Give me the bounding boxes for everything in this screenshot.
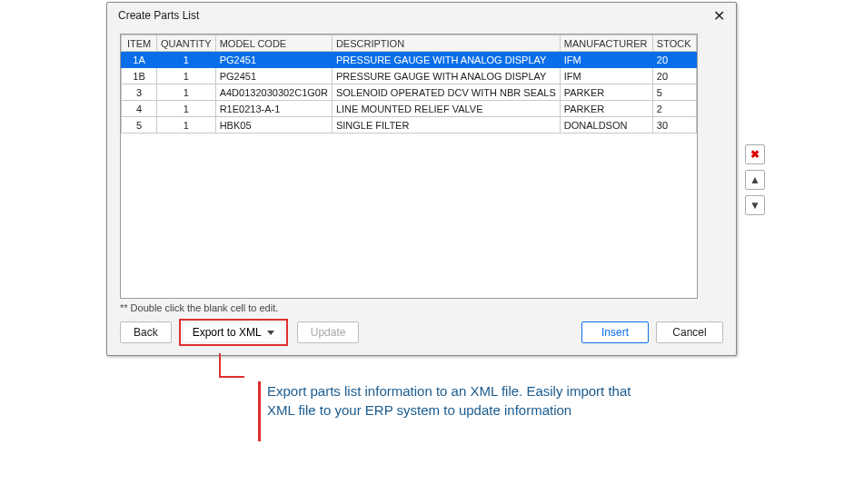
cell-description[interactable]: SOLENOID OPERATED DCV WITH NBR SEALS xyxy=(332,84,560,101)
col-item[interactable]: ITEM xyxy=(122,35,157,52)
move-down-button[interactable]: ▼ xyxy=(745,195,765,215)
titlebar: Create Parts List ✕ xyxy=(107,3,736,28)
move-up-button[interactable]: ▲ xyxy=(745,170,765,190)
cell-item[interactable]: 1B xyxy=(122,68,157,84)
annotation-text: Export parts list information to an XML … xyxy=(267,381,649,420)
export-to-xml-dropdown[interactable]: Export to XML xyxy=(184,323,283,341)
table-row[interactable]: 1A1PG2451PRESSURE GAUGE WITH ANALOG DISP… xyxy=(122,52,697,68)
cell-item[interactable]: 4 xyxy=(122,101,157,117)
cell-quantity[interactable]: 1 xyxy=(157,52,216,68)
close-icon[interactable]: ✕ xyxy=(710,7,729,25)
edit-hint: ** Double click the blank cell to edit. xyxy=(120,302,278,313)
dialog-title: Create Parts List xyxy=(118,9,199,22)
cell-description[interactable]: PRESSURE GAUGE WITH ANALOG DISPLAY xyxy=(332,68,560,84)
cell-description[interactable]: SINGLE FILTER xyxy=(332,117,560,133)
table-row[interactable]: 31A4D0132030302C1G0RSOLENOID OPERATED DC… xyxy=(122,84,697,101)
table-row[interactable]: 41R1E0213-A-1LINE MOUNTED RELIEF VALVEPA… xyxy=(122,101,697,117)
dialog-footer: Back Export to XML Update Insert Cancel xyxy=(120,319,723,346)
cell-stock[interactable]: 5 xyxy=(652,84,696,101)
chevron-down-icon xyxy=(267,331,274,335)
annotation-bar xyxy=(258,381,261,441)
cell-item[interactable]: 3 xyxy=(122,84,157,101)
cell-manufacturer[interactable]: DONALDSON xyxy=(560,117,652,133)
col-description[interactable]: DESCRIPTION xyxy=(332,35,560,52)
dialog-create-parts-list: Create Parts List ✕ ITEM QUANTITY MODEL … xyxy=(106,2,737,356)
table-row[interactable]: 1B1PG2451PRESSURE GAUGE WITH ANALOG DISP… xyxy=(122,68,697,84)
cell-stock[interactable]: 30 xyxy=(652,117,696,133)
export-label: Export to XML xyxy=(193,326,262,339)
parts-table[interactable]: ITEM QUANTITY MODEL CODE DESCRIPTION MAN… xyxy=(121,35,697,133)
update-button[interactable]: Update xyxy=(297,321,360,343)
delete-row-button[interactable]: ✖ xyxy=(745,144,765,164)
cell-model[interactable]: R1E0213-A-1 xyxy=(215,101,332,117)
cell-model[interactable]: PG2451 xyxy=(215,52,332,68)
cell-stock[interactable]: 2 xyxy=(652,101,696,117)
cell-manufacturer[interactable]: IFM xyxy=(560,68,652,84)
cell-description[interactable]: PRESSURE GAUGE WITH ANALOG DISPLAY xyxy=(332,52,560,68)
cell-quantity[interactable]: 1 xyxy=(157,84,216,101)
annotation-connector-v xyxy=(219,353,221,376)
cell-manufacturer[interactable]: IFM xyxy=(560,52,652,68)
cell-manufacturer[interactable]: PARKER xyxy=(560,84,652,101)
row-action-buttons: ✖ ▲ ▼ xyxy=(745,144,765,215)
cell-quantity[interactable]: 1 xyxy=(157,117,216,133)
cell-model[interactable]: A4D0132030302C1G0R xyxy=(215,84,332,101)
annotation-connector-h xyxy=(219,376,244,378)
parts-table-container: ITEM QUANTITY MODEL CODE DESCRIPTION MAN… xyxy=(120,34,698,299)
col-quantity[interactable]: QUANTITY xyxy=(157,35,216,52)
col-stock[interactable]: STOCK xyxy=(652,35,696,52)
cell-quantity[interactable]: 1 xyxy=(157,101,216,117)
cell-description[interactable]: LINE MOUNTED RELIEF VALVE xyxy=(332,101,560,117)
export-highlight: Export to XML xyxy=(179,319,288,346)
table-row[interactable]: 51HBK05SINGLE FILTERDONALDSON30 xyxy=(122,117,697,133)
cancel-button[interactable]: Cancel xyxy=(656,321,723,343)
cell-item[interactable]: 1A xyxy=(122,52,157,68)
cell-stock[interactable]: 20 xyxy=(652,52,696,68)
cell-quantity[interactable]: 1 xyxy=(157,68,216,84)
cell-item[interactable]: 5 xyxy=(122,117,157,133)
insert-button[interactable]: Insert xyxy=(581,321,649,343)
cell-model[interactable]: HBK05 xyxy=(215,117,332,133)
cell-model[interactable]: PG2451 xyxy=(215,68,332,84)
cell-stock[interactable]: 20 xyxy=(652,68,696,84)
col-manufacturer[interactable]: MANUFACTURER xyxy=(560,35,652,52)
col-model[interactable]: MODEL CODE xyxy=(215,35,332,52)
back-button[interactable]: Back xyxy=(120,321,172,343)
cell-manufacturer[interactable]: PARKER xyxy=(560,101,652,117)
